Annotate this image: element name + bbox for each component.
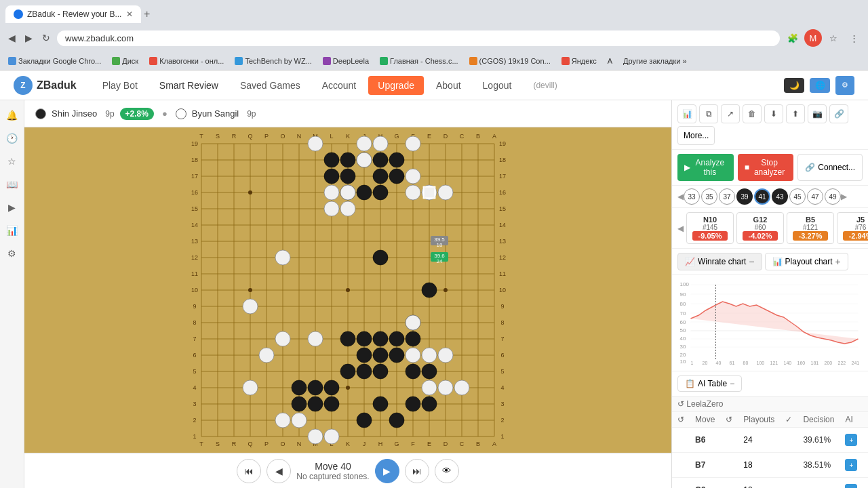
td-action-btn[interactable]: + [845,459,857,471]
tool-btn-download[interactable]: ⬇ [764,104,783,123]
nav-smart-review[interactable]: Smart Review [150,75,228,96]
playout-chart-plus[interactable]: + [835,256,841,267]
seq-item[interactable]: 47 [807,188,823,205]
nav-saved-games[interactable]: Saved Games [231,75,310,96]
seq-item[interactable]: 43 [772,188,788,205]
bookmark-item[interactable]: (CGOS) 19x19 Con... [467,56,553,66]
svg-point-174 [324,201,339,216]
table-row[interactable]: C6 10 - + C6 C7... [672,478,868,489]
svg-text:17: 17 [499,173,506,180]
sidebar-play-icon[interactable]: ▶ [3,198,22,217]
bookmark-more[interactable]: Другие закладки » [620,56,689,66]
svg-point-165 [373,136,388,151]
table-row[interactable]: B6 24 39.61% + B6 G3... [672,428,868,453]
sidebar-chart-icon[interactable]: 📊 [3,221,22,240]
playout-chart-tab[interactable]: 📊 Playout chart + [765,253,848,270]
seq-scroll-right[interactable]: ▶ [841,192,847,201]
profile-btn[interactable]: М [804,29,822,47]
reload-button[interactable]: ↻ [39,30,53,46]
stop-analyzer-btn[interactable]: ■ Stop analyzer [738,154,794,181]
td-action-btn[interactable]: + [845,434,857,446]
seq-item[interactable]: 37 [719,188,735,205]
suggestion-b5[interactable]: B5 #121 -3.27% [787,212,834,244]
bookmark-item[interactable]: Главная - Chess.c... [377,56,461,66]
go-board-svg[interactable]: TT1919SS1818RR1717QQ1616PP1515OO1414NN13… [185,127,511,453]
forward-button[interactable]: ▶ [22,30,35,46]
td-decision-c6: - [797,478,840,489]
winrate-chart-minus[interactable]: − [749,256,754,267]
bookmark-item[interactable]: Клавогонки - онл... [146,56,226,66]
last-move-button[interactable]: ⏭ [405,459,429,483]
seq-item-active[interactable]: 41 [754,188,770,205]
svg-text:T: T [199,441,203,447]
connect-btn[interactable]: 🔗 Connect... [797,154,863,181]
bookmark-item[interactable]: А [605,56,615,66]
bookmark-btn[interactable]: ☆ [825,29,842,47]
svg-text:7: 7 [500,336,504,342]
tool-btn-2[interactable]: ⧉ [699,104,718,123]
seq-item[interactable]: 49 [825,188,841,205]
bookmark-item[interactable]: Закладки Google Chro... [5,56,104,66]
nav-logout[interactable]: Logout [473,75,521,96]
first-move-button[interactable]: ⏮ [237,459,261,483]
td-action-btn[interactable]: + [845,484,857,488]
board-container[interactable]: TT1919SS1818RR1717QQ1616PP1515OO1414NN13… [24,127,671,453]
sidebar-settings-icon[interactable]: ⚙ [3,244,22,263]
seq-item[interactable]: 35 [701,188,717,205]
sidebar-bell-icon[interactable]: 🔔 [3,106,22,125]
nav-play-bot[interactable]: Play Bot [93,75,147,96]
ai-table-btn[interactable]: 📋 AI Table − [677,375,742,392]
seq-item[interactable]: 33 [684,188,700,205]
tab-close-btn[interactable]: ✕ [126,9,133,19]
sidebar-book-icon[interactable]: 📖 [3,175,22,194]
analyze-btn[interactable]: ▶ Analyze this [677,154,734,181]
nav-account[interactable]: Account [313,75,366,96]
nav-upgrade[interactable]: Upgrade [368,76,424,95]
bookmark-item[interactable]: Яндекс [559,56,599,66]
extra-btn[interactable]: ⚙ [835,76,854,95]
bookmark-item[interactable]: Диск [109,56,141,66]
suggestion-n10[interactable]: N10 #145 -9.05% [686,212,734,244]
table-icon: 📋 [685,379,695,388]
black-player-info: Shin Jinseo 9p +2.8% [35,108,154,120]
suggestion-j5[interactable]: J5 #76 -2.94% [837,212,868,244]
tool-btn-1[interactable]: 📊 [677,104,696,123]
tool-btn-trash[interactable]: 🗑 [743,104,762,123]
svg-point-141 [373,331,388,346]
seq-item[interactable]: 39 [736,188,753,205]
table-row[interactable]: B7 18 38.51% + B7 G3... [672,453,868,478]
svg-point-127 [373,152,388,167]
seq-scroll-left[interactable]: ◀ [677,192,684,201]
tool-btn-upload[interactable]: ⬆ [786,104,805,123]
active-tab[interactable]: ZBaduk - Review your B... ✕ [5,5,141,23]
th-refresh[interactable]: ↺ [672,412,690,428]
nav-about[interactable]: About [427,75,471,96]
more-button[interactable]: More... [677,126,715,145]
tool-btn-link[interactable]: 🔗 [829,104,848,123]
language-btn[interactable]: 🌐 [810,78,830,93]
menu-btn[interactable]: ⋮ [845,29,863,47]
bookmark-item[interactable]: TechBench by WZ... [232,56,314,66]
seq-item[interactable]: 45 [789,188,806,205]
eye-button[interactable]: 👁 [435,459,459,483]
browser-chrome: ZBaduk - Review your B... ✕ + ◀ ▶ ↻ 🧩 М … [0,0,868,70]
sidebar-star-icon[interactable]: ☆ [3,152,22,171]
sidebar-clock-icon[interactable]: 🕐 [3,129,22,148]
next-move-button[interactable]: ▶ [375,459,399,483]
tool-btn-camera[interactable]: 📷 [808,104,827,123]
bookmark-item[interactable]: DeepLeela [320,56,372,66]
address-bar[interactable] [57,30,780,46]
tool-btn-3[interactable]: ↗ [721,104,740,123]
suggestions-scroll-left[interactable]: ◀ [677,212,684,244]
extensions-btn[interactable]: 🧩 [784,29,802,47]
th-move: Move [690,412,720,428]
suggestion-g12[interactable]: G12 #60 -4.02% [736,212,784,244]
theme-toggle-btn[interactable]: 🌙 [784,78,804,93]
back-button[interactable]: ◀ [5,30,18,46]
ai-table-minus[interactable]: − [730,379,734,388]
prev-move-button[interactable]: ◀ [267,459,291,483]
winrate-chart-tab[interactable]: 📈 Winrate chart − [677,253,762,270]
th-refresh2[interactable]: ↺ [720,412,738,428]
new-tab-button[interactable]: + [144,8,150,20]
engine-refresh-icon[interactable]: ↺ [677,399,684,409]
